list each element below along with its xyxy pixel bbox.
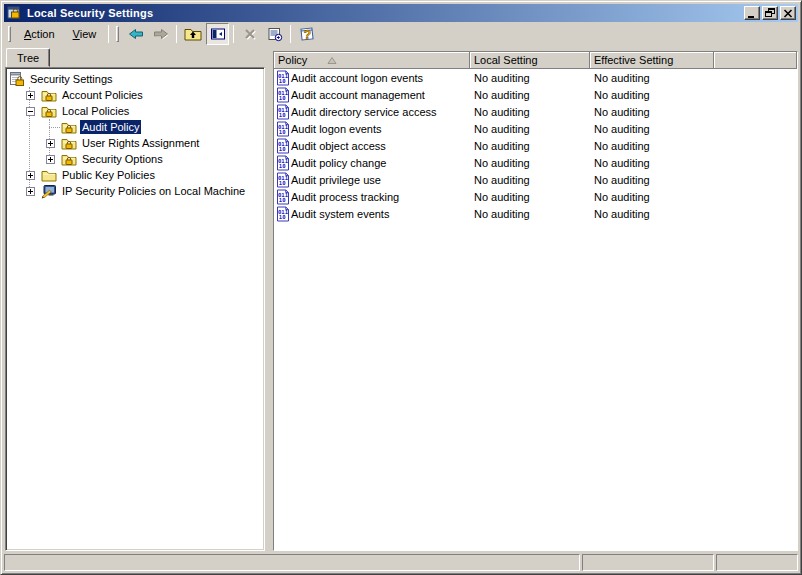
svg-text:10: 10 (279, 78, 286, 84)
tree-indent (8, 127, 40, 128)
policy-name: Audit directory service access (291, 106, 437, 118)
policy-cell: 011 10 Audit account logon events (274, 70, 470, 86)
tree-item-label[interactable]: User Rights Assignment (80, 136, 201, 150)
restore-button[interactable] (762, 6, 778, 20)
svg-text:10: 10 (279, 129, 286, 135)
tree-connector (20, 167, 40, 183)
list-row-audit-privilege-use[interactable]: 011 10 Audit privilege useNo auditingNo … (274, 171, 797, 188)
tree-item-account-policies[interactable]: Account Policies (8, 87, 264, 103)
close-button[interactable] (780, 6, 796, 20)
list-body: 011 10 Audit account logon eventsNo audi… (274, 69, 797, 550)
tree-item-public-key-policies[interactable]: Public Key Policies (8, 167, 264, 183)
policy-doc-icon: 011 10 (275, 87, 291, 103)
pane-splitter[interactable] (265, 67, 273, 551)
svg-text:10: 10 (279, 197, 286, 203)
tree-connector (20, 103, 40, 119)
back-button[interactable] (124, 23, 147, 45)
tree-item-security-options[interactable]: Security Options (8, 151, 264, 167)
plus-expander-icon[interactable] (26, 91, 35, 100)
column-header-policy[interactable]: Policy (274, 52, 470, 69)
tabstrip: Tree (4, 47, 272, 67)
plus-expander-icon[interactable] (46, 155, 55, 164)
list-row-audit-object-access[interactable]: 011 10 Audit object accessNo auditingNo … (274, 137, 797, 154)
policy-doc-icon: 011 10 (275, 206, 291, 222)
svg-text:10: 10 (279, 95, 286, 101)
status-panel (582, 554, 714, 571)
plus-expander-icon[interactable] (26, 187, 35, 196)
tree-item-label[interactable]: Security Options (80, 152, 165, 166)
folder-lock-icon (40, 103, 57, 119)
folder-lock-icon (40, 87, 57, 103)
tree: Security Settings Account Policies Local… (6, 68, 264, 199)
policy-cell: 011 10 Audit account management (274, 87, 470, 103)
policy-name: Audit logon events (291, 123, 382, 135)
policy-cell: 011 10 Audit directory service access (274, 104, 470, 120)
local-setting-cell: No auditing (470, 72, 590, 84)
local-setting-cell: No auditing (470, 208, 590, 220)
tab-tree[interactable]: Tree (6, 48, 50, 67)
up-one-level-button[interactable] (181, 23, 204, 45)
effective-setting-cell: No auditing (590, 157, 714, 169)
local-setting-cell: No auditing (470, 191, 590, 203)
forward-button[interactable] (149, 23, 172, 45)
list-row-audit-policy-change[interactable]: 011 10 Audit policy changeNo auditingNo … (274, 154, 797, 171)
plus-expander-icon[interactable] (26, 171, 35, 180)
policy-doc-icon: 011 10 (275, 155, 291, 171)
policy-doc-icon: 011 10 (275, 189, 291, 205)
list-row-audit-process-tracking[interactable]: 011 10 Audit process trackingNo auditing… (274, 188, 797, 205)
policy-doc-icon: 011 10 (275, 172, 291, 188)
policy-name: Audit process tracking (291, 191, 399, 203)
help-button[interactable]: ? (295, 23, 318, 45)
minus-expander-icon[interactable] (26, 107, 35, 116)
tree-item-label[interactable]: Public Key Policies (60, 168, 157, 182)
console-tree-pane: Security Settings Account Policies Local… (5, 67, 265, 551)
list-header: Policy Local Setting Effective Setting (274, 52, 797, 69)
svg-text:10: 10 (279, 146, 286, 152)
export-list-button[interactable] (263, 23, 286, 45)
folder-lock-icon (60, 151, 77, 167)
column-header-local-setting[interactable]: Local Setting (470, 52, 590, 69)
policy-doc-icon: 011 10 (275, 104, 291, 120)
show-hide-tree-button[interactable] (206, 23, 229, 45)
list-row-audit-account-logon-events[interactable]: 011 10 Audit account logon eventsNo audi… (274, 69, 797, 86)
tree-item-label[interactable]: Account Policies (60, 88, 145, 102)
tree-item-label[interactable]: Security Settings (28, 72, 115, 86)
delete-button[interactable] (238, 23, 261, 45)
local-setting-cell: No auditing (470, 89, 590, 101)
tree-item-label[interactable]: Audit Policy (80, 120, 141, 134)
column-header-effective-setting[interactable]: Effective Setting (590, 52, 714, 69)
tree-item-user-rights-assignment[interactable]: User Rights Assignment (8, 135, 264, 151)
security-console-icon (7, 5, 23, 21)
effective-setting-cell: No auditing (590, 140, 714, 152)
column-header-filler (714, 52, 797, 69)
tree-item-audit-policy[interactable]: Audit Policy (8, 119, 264, 135)
policy-doc-icon: 011 10 (275, 70, 291, 86)
column-header-label: Policy (278, 54, 307, 66)
tree-branch-line (49, 127, 60, 128)
toolbar-separator (290, 25, 291, 43)
list-row-audit-logon-events[interactable]: 011 10 Audit logon eventsNo auditingNo a… (274, 120, 797, 137)
effective-setting-cell: No auditing (590, 174, 714, 186)
menu-action[interactable]: Action (15, 25, 64, 43)
tree-item-local-policies[interactable]: Local Policies (8, 103, 264, 119)
list-row-audit-directory-service-access[interactable]: 011 10 Audit directory service accessNo … (274, 103, 797, 120)
titlebar[interactable]: Local Security Settings (4, 4, 798, 22)
list-row-audit-account-management[interactable]: 011 10 Audit account managementNo auditi… (274, 86, 797, 103)
status-panel (4, 554, 580, 571)
list-row-audit-system-events[interactable]: 011 10 Audit system eventsNo auditingNo … (274, 205, 797, 222)
policy-cell: 011 10 Audit logon events (274, 121, 470, 137)
sort-ascending-icon (327, 56, 337, 65)
toolbar-separator (233, 25, 234, 43)
minimize-button[interactable] (744, 6, 760, 20)
tree-item-label[interactable]: Local Policies (60, 104, 131, 118)
menu-view[interactable]: View (64, 25, 106, 43)
effective-setting-cell: No auditing (590, 106, 714, 118)
tree-connector (40, 135, 60, 151)
tree-item-ip-security-policies-on-local-machine[interactable]: IP Security Policies on Local Machine (8, 183, 264, 199)
plus-expander-icon[interactable] (46, 139, 55, 148)
tree-item-security-settings[interactable]: Security Settings (8, 71, 264, 87)
tree-item-label[interactable]: IP Security Policies on Local Machine (60, 184, 247, 198)
toolbar-gripper[interactable] (116, 26, 119, 42)
policy-name: Audit system events (291, 208, 389, 220)
menubar-gripper[interactable] (8, 26, 11, 42)
